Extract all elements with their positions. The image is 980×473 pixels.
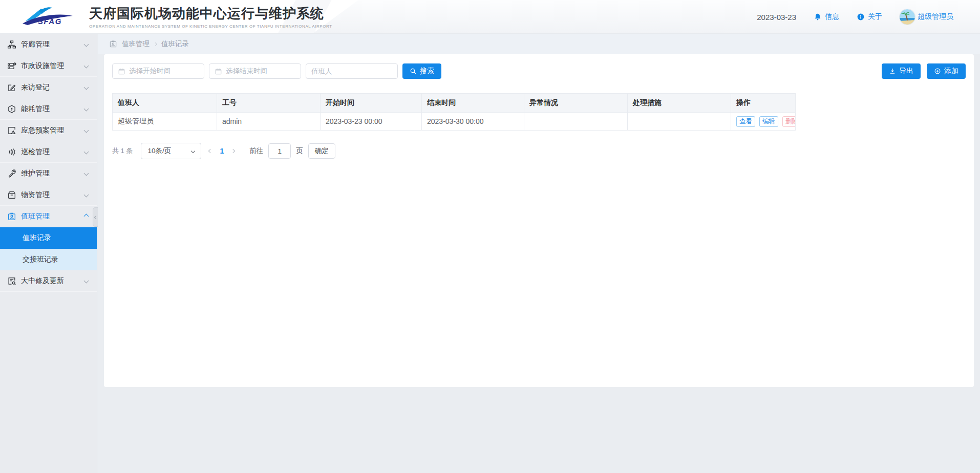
- duty-records-table: 值班人 工号 开始时间 结束时间 异常情况 处理措施 操作 超级管理员 admi…: [112, 93, 796, 131]
- emergency-plan-icon: [7, 126, 16, 135]
- username-label: 超级管理员: [918, 12, 953, 22]
- sidebar-item-duty[interactable]: 值班管理: [0, 206, 97, 227]
- page-size-select[interactable]: 10条/页: [141, 143, 201, 159]
- column-header: 操作: [731, 94, 796, 113]
- next-page-button[interactable]: [231, 149, 235, 153]
- sidebar-item-inspection[interactable]: 巡检管理: [0, 141, 97, 163]
- info-icon: [857, 13, 865, 21]
- duty-badge-icon: [109, 40, 117, 48]
- messages-button[interactable]: 信息: [814, 12, 839, 22]
- sidebar-item-overhaul[interactable]: 大中修及更新: [0, 270, 97, 292]
- export-button[interactable]: 导出: [882, 63, 921, 79]
- visitor-register-icon: [7, 83, 16, 92]
- chevron-right-icon: [231, 149, 235, 153]
- chevron-left-icon: [94, 215, 98, 219]
- chevron-down-icon: [84, 128, 89, 133]
- avatar: [900, 9, 915, 25]
- chevron-down-icon: [84, 106, 89, 112]
- column-header: 处理措施: [628, 94, 731, 113]
- delete-button[interactable]: 删除: [782, 116, 796, 127]
- cell-actions: 查看 编辑 删除: [731, 113, 796, 131]
- duty-submenu: 值班记录 交接班记录: [0, 227, 97, 270]
- column-header: 开始时间: [321, 94, 422, 113]
- inspection-icon: [7, 147, 16, 157]
- sidebar-item-label: 大中修及更新: [21, 276, 64, 286]
- chevron-right-icon: [154, 42, 157, 46]
- sidebar-collapse-handle[interactable]: [93, 207, 98, 227]
- sidebar-item-emergency-plan[interactable]: 应急预案管理: [0, 120, 97, 141]
- search-button[interactable]: 搜索: [402, 63, 441, 79]
- breadcrumb: 值班管理 值班记录: [98, 34, 980, 54]
- search-label: 搜索: [420, 67, 434, 76]
- export-label: 导出: [899, 67, 913, 76]
- user-menu[interactable]: 超级管理员: [900, 9, 953, 25]
- logo: SFAG: [18, 5, 80, 29]
- column-header: 结束时间: [422, 94, 524, 113]
- chevron-down-icon: [84, 171, 89, 176]
- subitem-label: 交接班记录: [23, 255, 58, 264]
- column-header: 异常情况: [524, 94, 628, 113]
- page-number[interactable]: 1: [220, 147, 224, 155]
- about-button[interactable]: 关于: [857, 12, 882, 22]
- view-button[interactable]: 查看: [736, 116, 755, 127]
- end-time-picker[interactable]: 选择结束时间: [209, 63, 301, 79]
- subitem-label: 值班记录: [23, 233, 51, 243]
- cell-abnormal-situation: [524, 113, 628, 131]
- municipal-facility-icon: [7, 61, 16, 71]
- sidebar-item-municipal-facility[interactable]: 市政设施管理: [0, 55, 97, 77]
- cell-end-time: 2023-03-30 00:00: [422, 113, 524, 131]
- chevron-down-icon: [191, 149, 195, 153]
- page-size-value: 10条/页: [147, 146, 171, 156]
- cell-employee-id: admin: [217, 113, 321, 131]
- sfag-logo-icon: SFAG: [18, 5, 80, 29]
- sidebar-item-pipe-gallery[interactable]: 管廊管理: [0, 34, 97, 55]
- chevron-down-icon: [84, 63, 89, 69]
- sidebar-item-materials[interactable]: 物资管理: [0, 184, 97, 206]
- sidebar-subitem-shift-handover-records[interactable]: 交接班记录: [0, 249, 97, 270]
- cell-handling-measures: [628, 113, 731, 131]
- app-title: 天府国际机场动能中心运行与维护系统: [89, 5, 376, 23]
- energy-icon: [7, 104, 16, 114]
- sidebar: 管廊管理 市政设施管理 来访登记 能耗管理: [0, 34, 97, 473]
- calendar-icon: [215, 68, 222, 75]
- table-header-row: 值班人 工号 开始时间 结束时间 异常情况 处理措施 操作: [113, 94, 796, 113]
- sidebar-item-label: 能耗管理: [21, 104, 50, 114]
- sidebar-item-maintenance[interactable]: 维护管理: [0, 163, 97, 184]
- bell-icon: [814, 13, 822, 21]
- messages-label: 信息: [825, 12, 839, 22]
- chevron-down-icon: [84, 85, 89, 90]
- search-icon: [410, 68, 417, 75]
- edit-button[interactable]: 编辑: [759, 116, 778, 127]
- chevron-left-icon: [208, 149, 212, 153]
- materials-icon: [7, 190, 16, 200]
- page-suffix-label: 页: [296, 146, 303, 156]
- chevron-down-icon: [84, 278, 89, 284]
- sidebar-item-label: 来访登记: [21, 83, 50, 92]
- breadcrumb-section[interactable]: 值班管理: [122, 39, 150, 49]
- chevron-down-icon: [84, 42, 89, 47]
- content-card: 选择开始时间 选择结束时间 搜索: [104, 54, 974, 387]
- sidebar-subitem-duty-records[interactable]: 值班记录: [0, 227, 97, 249]
- sidebar-item-energy[interactable]: 能耗管理: [0, 98, 97, 120]
- download-icon: [889, 68, 896, 75]
- column-header: 工号: [217, 94, 321, 113]
- add-label: 添加: [944, 67, 958, 76]
- table-row: 超级管理员 admin 2023-03-23 00:00 2023-03-30 …: [113, 113, 796, 131]
- plus-circle-icon: [934, 68, 941, 75]
- goto-page-input[interactable]: [268, 143, 291, 159]
- sidebar-item-label: 市政设施管理: [21, 61, 64, 71]
- sidebar-item-label: 管廊管理: [21, 40, 50, 49]
- add-button[interactable]: 添加: [927, 63, 966, 79]
- sidebar-item-visitor-register[interactable]: 来访登记: [0, 77, 97, 98]
- end-time-placeholder: 选择结束时间: [226, 67, 267, 76]
- filter-toolbar: 选择开始时间 选择结束时间 搜索: [112, 63, 966, 79]
- pagination: 共 1 条 10条/页 1 前往 页 确定: [112, 143, 966, 159]
- confirm-button[interactable]: 确定: [308, 143, 335, 159]
- main-content: 值班管理 值班记录 选择开始时间 选择结束时间: [98, 34, 980, 473]
- sidebar-item-label: 应急预案管理: [21, 126, 64, 135]
- prev-page-button[interactable]: [209, 149, 212, 153]
- chevron-up-icon: [84, 214, 89, 219]
- start-time-picker[interactable]: 选择开始时间: [112, 63, 204, 79]
- duty-person-input[interactable]: [306, 63, 398, 79]
- sidebar-item-label: 维护管理: [21, 169, 50, 178]
